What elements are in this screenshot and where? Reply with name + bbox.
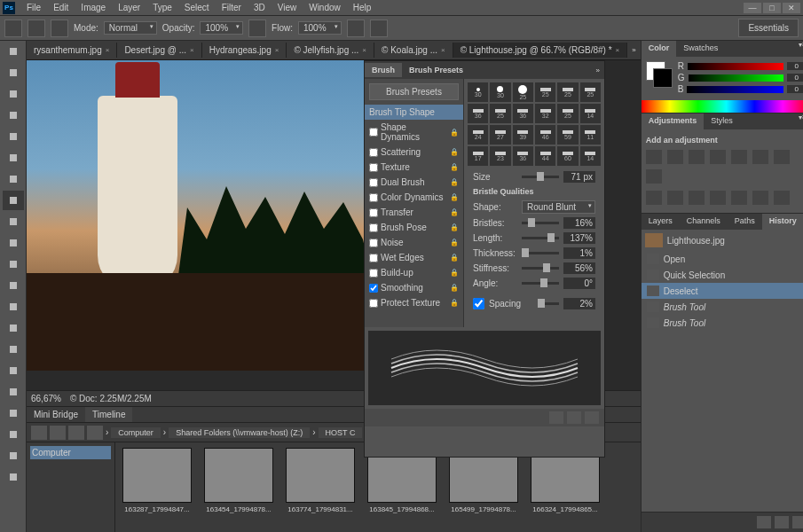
opacity-field[interactable]: 100% <box>200 21 243 35</box>
forward-icon[interactable] <box>50 426 66 440</box>
lock-icon[interactable]: 🔒 <box>450 129 459 137</box>
thumbnail-item[interactable]: 163845_17994868... <box>366 448 438 528</box>
tool-icon[interactable] <box>4 20 22 37</box>
brush-tip[interactable]: 30 <box>490 82 510 102</box>
panel-tab-styles[interactable]: Styles <box>704 113 740 129</box>
option-checkbox[interactable] <box>369 239 378 247</box>
slider-value[interactable]: 16% <box>563 217 595 229</box>
option-checkbox[interactable] <box>369 284 378 293</box>
menu-image[interactable]: Image <box>75 1 112 14</box>
lock-icon[interactable]: 🔒 <box>450 239 459 246</box>
panel-tab-layers[interactable]: Layers <box>642 214 680 230</box>
panel-tab-channels[interactable]: Channels <box>680 214 728 230</box>
brush-option-brush-pose[interactable]: Brush Pose🔒 <box>365 220 463 235</box>
airbrush-icon[interactable] <box>347 20 365 37</box>
lock-icon[interactable]: 🔒 <box>450 178 459 186</box>
document-tab[interactable]: rysanthemum.jpg× <box>27 43 117 58</box>
b-value[interactable]: 0 <box>787 85 803 93</box>
close-tab-icon[interactable]: × <box>275 46 279 54</box>
lock-icon[interactable]: 🔒 <box>450 208 459 216</box>
background-swatch[interactable] <box>653 68 673 88</box>
option-checkbox[interactable] <box>369 163 378 172</box>
tool-type[interactable] <box>3 361 24 380</box>
option-checkbox[interactable] <box>369 254 378 262</box>
history-state[interactable]: Brush Tool <box>642 315 803 331</box>
tool-heal[interactable] <box>3 169 24 189</box>
tool-zoom[interactable] <box>3 446 24 466</box>
tool-lasso[interactable] <box>3 84 24 104</box>
document-tab[interactable]: © Lighthouse.jpg @ 66.7% (RGB/8#) *× <box>453 43 628 58</box>
g-slider[interactable] <box>689 74 783 82</box>
history-state[interactable]: Deselect <box>642 283 803 299</box>
panel-tab-paths[interactable]: Paths <box>728 214 762 230</box>
brush-tip[interactable]: 32 <box>535 104 555 123</box>
bristle-slider[interactable] <box>522 222 559 224</box>
adjustment-bw-icon[interactable] <box>774 150 790 164</box>
history-state[interactable]: Quick Selection <box>642 267 803 283</box>
g-value[interactable]: 0 <box>787 74 803 82</box>
menu-type[interactable]: Type <box>146 1 178 14</box>
document-tab[interactable]: © Koala.jpg ...× <box>374 43 453 58</box>
tool-eraser[interactable] <box>3 254 24 274</box>
option-checkbox[interactable] <box>369 193 378 202</box>
brush-tip[interactable]: 24 <box>468 125 488 145</box>
thumbnail-item[interactable]: 166324_17994865... <box>529 448 602 528</box>
menu-select[interactable]: Select <box>178 1 216 14</box>
lock-icon[interactable]: 🔒 <box>450 148 459 156</box>
brush-tip[interactable]: 14 <box>580 146 601 166</box>
workspace-switcher[interactable]: Essentials <box>738 19 799 37</box>
panel-tab-history[interactable]: History <box>762 214 803 230</box>
brush-option-wet-edges[interactable]: Wet Edges🔒 <box>365 250 463 265</box>
adjustment-color-lookup-icon[interactable] <box>667 191 683 205</box>
brush-tip[interactable]: 39 <box>513 125 533 145</box>
brush-option-shape-dynamics[interactable]: Shape Dynamics🔒 <box>365 120 463 145</box>
panel-menu-icon[interactable]: ▾≡ <box>794 113 803 129</box>
menu-view[interactable]: View <box>272 1 303 14</box>
breadcrumb-item[interactable]: Computer <box>111 427 161 438</box>
close-tab-icon[interactable]: × <box>362 46 366 54</box>
thumbnail-item[interactable]: 163454_17994878... <box>202 448 275 528</box>
tool-hand[interactable] <box>3 425 24 444</box>
slider-value[interactable]: 1% <box>563 247 595 259</box>
brush-tip[interactable]: 14 <box>580 104 601 123</box>
mode-select[interactable]: Normal <box>104 21 157 35</box>
brush-panel-toggle[interactable] <box>51 20 68 37</box>
option-checkbox[interactable] <box>369 148 378 157</box>
panel-menu-icon[interactable]: ▾≡ <box>794 41 803 57</box>
adjustment-levels-icon[interactable] <box>667 150 683 164</box>
spacing-slider[interactable] <box>538 302 559 305</box>
adjustment-posterize-icon[interactable] <box>710 191 726 205</box>
tool-path[interactable] <box>3 382 24 402</box>
brush-tip[interactable]: 27 <box>490 125 510 145</box>
trash-icon[interactable] <box>792 516 803 528</box>
brush-tip[interactable]: 25 <box>557 82 578 102</box>
close-tab-icon[interactable]: × <box>190 46 194 54</box>
menu-file[interactable]: File <box>20 1 47 14</box>
lock-icon[interactable]: 🔒 <box>450 284 459 292</box>
menu-window[interactable]: Window <box>303 1 347 14</box>
close-tab-icon[interactable]: × <box>616 46 620 54</box>
mini-bridge-tree[interactable]: Computer <box>27 442 115 532</box>
search-icon[interactable] <box>87 426 103 440</box>
adjustment-selective-icon[interactable] <box>774 191 790 205</box>
tool-rect[interactable] <box>3 403 24 423</box>
brush-option-dual-brush[interactable]: Dual Brush🔒 <box>365 175 463 190</box>
breadcrumb-item[interactable]: HOST C <box>319 427 363 438</box>
b-slider[interactable] <box>687 86 783 93</box>
document-tab[interactable]: Hydrangeas.jpg× <box>202 43 287 58</box>
brush-tip[interactable]: 46 <box>535 125 555 145</box>
new-doc-icon[interactable] <box>775 516 789 528</box>
brush-option-build-up[interactable]: Build-up🔒 <box>365 265 463 280</box>
tool-wand[interactable] <box>3 106 24 125</box>
brush-tip[interactable]: 25 <box>490 104 510 123</box>
thumbnail-item[interactable]: 163287_17994847... <box>121 448 193 528</box>
brush-tip[interactable]: 36 <box>513 104 533 123</box>
pressure-opacity-icon[interactable] <box>248 20 266 37</box>
tree-item-computer[interactable]: Computer <box>30 446 111 459</box>
close-button[interactable]: ✕ <box>783 3 800 13</box>
tool-move[interactable] <box>3 42 24 61</box>
spacing-value[interactable]: 2% <box>563 298 595 309</box>
browse-icon[interactable] <box>68 426 84 440</box>
tool-fg-bg[interactable] <box>3 467 24 487</box>
slider-value[interactable]: 0° <box>563 278 595 289</box>
